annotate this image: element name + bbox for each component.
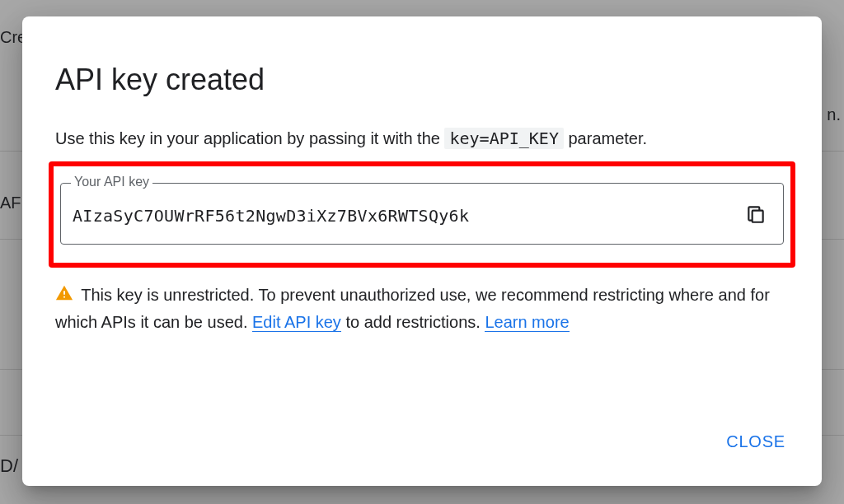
warning-icon	[55, 284, 73, 310]
description-text-suffix: parameter.	[568, 129, 647, 147]
copy-icon	[745, 203, 767, 227]
description-text-prefix: Use this key in your application by pass…	[55, 129, 444, 147]
svg-rect-0	[753, 211, 763, 222]
edit-api-key-link[interactable]: Edit API key	[252, 313, 341, 332]
dialog-actions: CLOSE	[49, 408, 795, 460]
background-text-fragment: D/	[0, 455, 18, 477]
copy-api-key-button[interactable]	[740, 198, 771, 232]
api-key-created-dialog: API key created Use this key in your app…	[22, 16, 822, 486]
learn-more-link[interactable]: Learn more	[485, 313, 569, 332]
background-text-fragment: AF	[0, 194, 21, 212]
api-key-field-label: Your API key	[71, 175, 152, 189]
dialog-title: API key created	[55, 63, 795, 97]
description-code-param: key=API_KEY	[444, 128, 563, 149]
highlight-annotation: Your API key AIzaSyC7OUWrRF56t2NgwD3iXz7…	[49, 161, 795, 268]
background-text-fragment: n.	[827, 105, 841, 124]
api-key-value[interactable]: AIzaSyC7OUWrRF56t2NgwD3iXz7BVx6RWTSQy6k	[73, 206, 740, 226]
dialog-description: Use this key in your application by pass…	[55, 128, 795, 148]
close-button[interactable]: CLOSE	[716, 424, 795, 460]
api-key-field: Your API key AIzaSyC7OUWrRF56t2NgwD3iXz7…	[60, 183, 784, 245]
warning-message: This key is unrestricted. To prevent una…	[55, 282, 789, 335]
warning-text-mid: to add restrictions.	[341, 313, 485, 331]
